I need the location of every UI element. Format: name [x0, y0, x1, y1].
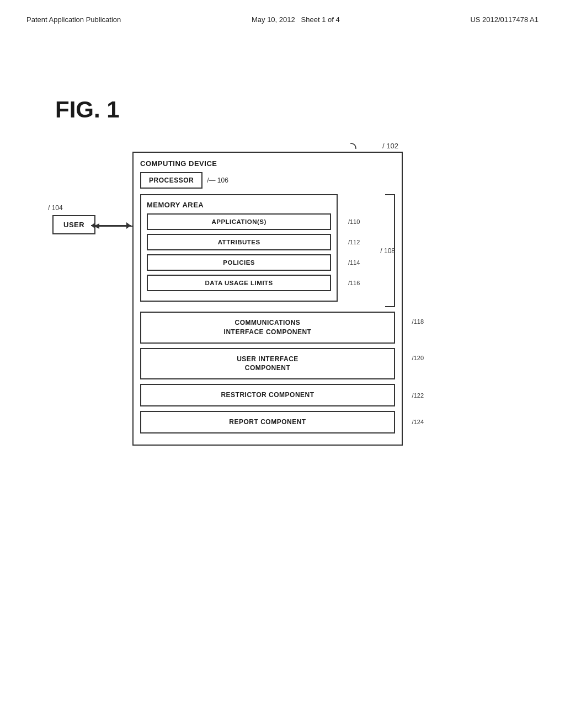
- svg-marker-5: [126, 222, 131, 229]
- ref-104-label: / 104: [48, 204, 63, 212]
- header-patent-number: US 2012/0117478 A1: [470, 15, 539, 24]
- header-date-sheet: May 10, 2012 Sheet 1 of 4: [252, 15, 340, 24]
- restrictor-box: RESTRICTOR COMPONENT: [140, 384, 395, 406]
- svg-marker-4: [91, 222, 95, 229]
- attributes-box: ATTRIBUTES: [147, 234, 331, 250]
- processor-box: PROCESSOR: [140, 172, 202, 189]
- ref-124-label: /124: [412, 419, 424, 425]
- memory-area-box: MEMORY AREA APPLICATION(S) /110 ATTRIBUT…: [140, 194, 338, 302]
- memory-bracket: / 108: [368, 194, 395, 307]
- ref-110-label: /110: [348, 218, 360, 225]
- ref-120-label: /120: [412, 355, 424, 361]
- data-usage-box: DATA USAGE LIMITS: [147, 275, 331, 291]
- user-arrow: [91, 215, 135, 237]
- attributes-row: ATTRIBUTES /112: [147, 234, 331, 250]
- processor-row: PROCESSOR /— 106: [140, 172, 395, 189]
- memory-area-label: MEMORY AREA: [147, 201, 331, 209]
- ref-112-label: /112: [348, 239, 360, 245]
- restrictor-row: RESTRICTOR COMPONENT /122: [140, 384, 395, 406]
- computing-device-label: COMPUTING DEVICE: [140, 159, 395, 168]
- ui-component-box: USER INTERFACECOMPONENT: [140, 348, 395, 380]
- policies-box: POLICIES: [147, 254, 331, 271]
- memory-area-wrapper: MEMORY AREA APPLICATION(S) /110 ATTRIBUT…: [140, 194, 395, 307]
- ui-component-row: USER INTERFACECOMPONENT /120: [140, 348, 395, 380]
- applications-row: APPLICATION(S) /110: [147, 213, 331, 230]
- user-box: USER: [52, 215, 95, 234]
- report-box: REPORT COMPONENT: [140, 411, 395, 433]
- policies-row: POLICIES /114: [147, 254, 331, 271]
- data-usage-row: DATA USAGE LIMITS /116: [147, 275, 331, 291]
- ref-114-label: /114: [348, 259, 360, 266]
- ref-102-label: / 102: [382, 142, 398, 150]
- ref-118-label: /118: [412, 318, 424, 325]
- report-row: REPORT COMPONENT /124: [140, 411, 395, 433]
- header-publication-type: Patent Application Publication: [26, 15, 121, 24]
- ref-116-label: /116: [348, 280, 360, 286]
- page-header: Patent Application Publication May 10, 2…: [0, 0, 565, 24]
- applications-box: APPLICATION(S): [147, 213, 331, 230]
- figure-label: FIG. 1: [55, 97, 120, 123]
- main-diagram: / 102 COMPUTING DEVICE PROCESSOR /— 106 …: [132, 141, 403, 446]
- computing-device-box: COMPUTING DEVICE PROCESSOR /— 106 MEMORY…: [132, 152, 403, 446]
- comm-interface-box: COMMUNICATIONSINTERFACE COMPONENT: [140, 312, 395, 344]
- ref-106-label: /— 106: [207, 176, 228, 184]
- user-container: / 104 USER: [52, 215, 95, 234]
- ref-122-label: /122: [412, 392, 424, 399]
- comm-interface-row: COMMUNICATIONSINTERFACE COMPONENT /118: [140, 312, 395, 344]
